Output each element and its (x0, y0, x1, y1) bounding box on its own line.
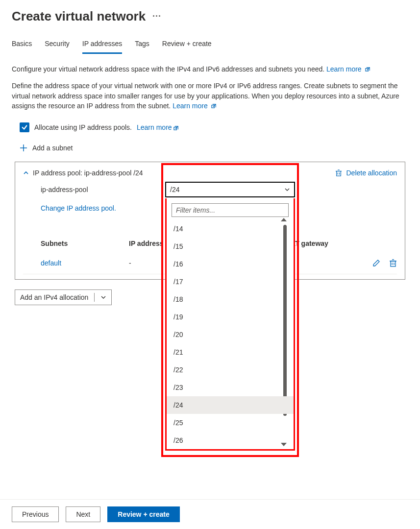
more-actions-icon[interactable]: ··· (152, 11, 161, 22)
review-create-button[interactable]: Review + create (107, 506, 179, 522)
svg-rect-10 (391, 261, 395, 266)
prefix-option[interactable]: /15 (167, 238, 294, 255)
prefix-option[interactable]: /17 (167, 273, 294, 290)
external-link-icon (173, 125, 179, 131)
delete-allocation-button[interactable]: Delete allocation (335, 169, 397, 177)
intro-text: Configure your virtual network address s… (12, 65, 324, 73)
chevron-down-icon (100, 294, 106, 300)
footer-bar: Previous Next Review + create (0, 499, 420, 529)
tab-tags[interactable]: Tags (135, 37, 149, 54)
prefix-option[interactable]: /19 (167, 308, 294, 326)
chevron-up-icon (23, 170, 29, 176)
prefix-option[interactable]: /16 (167, 255, 294, 273)
external-link-icon (365, 67, 371, 72)
page-title: Create virtual network ··· (0, 0, 420, 26)
prefix-option[interactable]: /22 (167, 361, 294, 379)
page-title-text: Create virtual network (12, 9, 146, 24)
add-ipv4-allocation-button[interactable]: Add an IPv4 allocation (15, 289, 112, 305)
allocate-pools-label: Allocate using IP address pools. (34, 123, 132, 131)
chevron-down-icon (284, 187, 290, 192)
learn-more-link-2[interactable]: Learn more (173, 102, 216, 110)
add-subnet-label: Add a subnet (32, 144, 73, 152)
prefix-option[interactable]: /23 (167, 379, 294, 396)
next-button[interactable]: Next (66, 506, 100, 522)
edit-icon[interactable] (372, 259, 380, 267)
tab-security[interactable]: Security (45, 37, 70, 54)
prefix-option[interactable]: /24 (167, 396, 294, 414)
svg-rect-5 (337, 171, 341, 176)
allocate-pools-row: Allocate using IP address pools. Learn m… (0, 111, 420, 132)
description-paragraph: Define the address space of your virtual… (0, 74, 420, 111)
trash-icon[interactable] (389, 259, 397, 267)
svg-rect-1 (212, 105, 215, 108)
tab-ip-addresses[interactable]: IP addresses (82, 37, 122, 54)
prefix-combo-button[interactable]: /24 (165, 182, 295, 197)
add-ipv4-allocation-label: Add an IPv4 allocation (20, 293, 88, 301)
change-ip-pool-link[interactable]: Change IP address pool. (41, 204, 116, 212)
col-subnets: Subnets (41, 240, 129, 247)
prefix-option[interactable]: /18 (167, 290, 294, 308)
previous-button[interactable]: Previous (12, 506, 59, 522)
pool-header-text: IP address pool: ip-address-pool /24 (33, 169, 143, 177)
delete-allocation-label: Delete allocation (346, 169, 397, 177)
prefix-selected: /24 (170, 186, 179, 193)
tab-review-create[interactable]: Review + create (162, 37, 212, 54)
pool-name: ip-address-pool (41, 186, 153, 193)
prefix-combo: /24 Filter items... /14/15/16/17/18/19/2… (165, 182, 295, 197)
prefix-filter-input[interactable]: Filter items... (172, 203, 289, 217)
prefix-option[interactable]: /25 (167, 414, 294, 432)
prefix-dropdown: Filter items... /14/15/16/17/18/19/20/21… (165, 198, 295, 451)
scroll-down-icon[interactable] (281, 443, 287, 446)
add-subnet-button[interactable]: Add a subnet (0, 132, 420, 152)
prefix-option[interactable]: /21 (167, 343, 294, 361)
learn-more-link-1[interactable]: Learn more (326, 65, 370, 73)
intro-paragraph: Configure your virtual network address s… (0, 54, 420, 74)
learn-more-link-3[interactable]: Learn more (137, 123, 179, 131)
separator (94, 293, 95, 302)
prefix-option[interactable]: /26 (167, 432, 294, 449)
ip-pool-panel: IP address pool: ip-address-pool /24 Del… (15, 162, 405, 280)
subnet-link[interactable]: default (41, 259, 61, 267)
prefix-option[interactable]: /14 (167, 220, 294, 238)
tabs-bar: Basics Security IP addresses Tags Review… (0, 26, 420, 54)
svg-rect-0 (365, 69, 368, 72)
tab-basics[interactable]: Basics (12, 37, 32, 54)
prefix-option[interactable]: /20 (167, 326, 294, 343)
allocate-pools-checkbox[interactable] (20, 122, 29, 132)
trash-icon (335, 169, 342, 176)
svg-rect-2 (173, 127, 176, 130)
external-link-icon (211, 103, 217, 109)
pool-header[interactable]: IP address pool: ip-address-pool /24 (23, 169, 143, 177)
